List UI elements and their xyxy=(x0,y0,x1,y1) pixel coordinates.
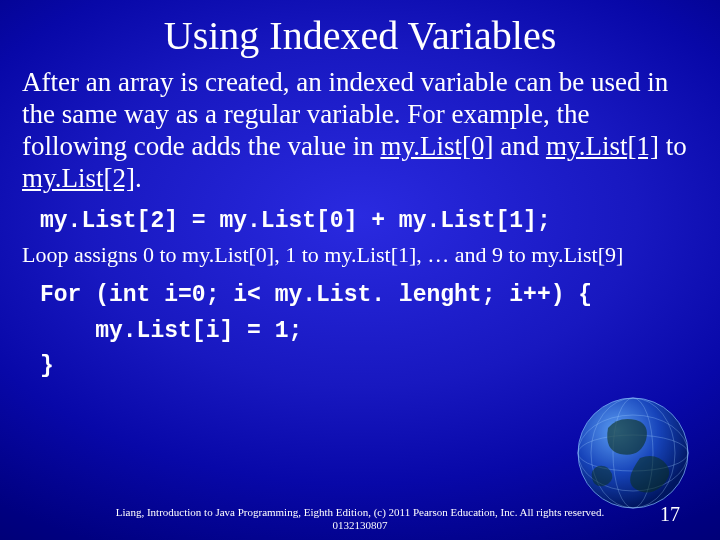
slide: Using Indexed Variables After an array i… xyxy=(0,0,720,540)
page-number: 17 xyxy=(660,503,680,526)
body-paragraph: After an array is created, an indexed va… xyxy=(22,67,698,194)
slide-title: Using Indexed Variables xyxy=(0,0,720,67)
footer-citation: Liang, Introduction to Java Programming,… xyxy=(0,506,720,532)
para-mid2: to xyxy=(659,131,687,161)
svg-point-0 xyxy=(578,398,688,508)
loop-description: Loop assigns 0 to my.List[0], 1 to my.Li… xyxy=(22,242,698,268)
ref-mylist-2: my.List[2] xyxy=(22,163,135,193)
globe-icon xyxy=(568,388,698,518)
code-for-loop: For (int i=0; i< my.List. lenght; i++) {… xyxy=(40,278,698,385)
ref-mylist-0: my.List[0] xyxy=(380,131,493,161)
slide-body: After an array is created, an indexed va… xyxy=(0,67,720,385)
para-mid1: and xyxy=(493,131,545,161)
svg-point-4 xyxy=(591,398,675,508)
svg-point-3 xyxy=(613,398,653,508)
svg-point-2 xyxy=(578,415,688,491)
svg-point-1 xyxy=(578,435,688,471)
para-tail: . xyxy=(135,163,142,193)
ref-mylist-1: my.List[1] xyxy=(546,131,659,161)
code-assignment: my.List[2] = my.List[0] + my.List[1]; xyxy=(40,208,698,236)
